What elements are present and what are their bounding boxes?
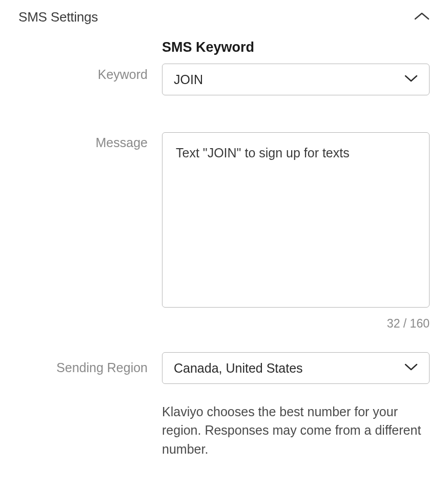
section-header[interactable]: SMS Settings <box>0 0 448 34</box>
region-select[interactable]: Canada, United States <box>162 352 430 384</box>
region-helper-text: Klaviyo chooses the best number for your… <box>162 402 430 458</box>
chevron-down-icon <box>404 363 418 373</box>
keyword-title: SMS Keyword <box>162 39 430 55</box>
keyword-input-col: SMS Keyword JOIN <box>162 39 430 95</box>
form-body: Keyword SMS Keyword JOIN Message 32 / 16… <box>0 34 448 458</box>
region-label: Sending Region <box>18 352 162 375</box>
message-char-count: 32 / 160 <box>162 317 430 331</box>
section-title: SMS Settings <box>18 9 98 25</box>
message-label: Message <box>18 132 162 150</box>
message-input-col: 32 / 160 <box>162 132 430 331</box>
chevron-up-icon <box>414 12 430 23</box>
keyword-label: Keyword <box>18 39 162 82</box>
message-textarea[interactable] <box>162 132 430 308</box>
region-input-col: Canada, United States Klaviyo chooses th… <box>162 352 430 458</box>
keyword-select-value: JOIN <box>174 72 404 87</box>
region-select-value: Canada, United States <box>174 361 404 376</box>
field-row-keyword: Keyword SMS Keyword JOIN <box>18 39 430 95</box>
field-row-region: Sending Region Canada, United States Kla… <box>18 352 430 458</box>
keyword-select[interactable]: JOIN <box>162 64 430 95</box>
chevron-down-icon <box>404 74 418 85</box>
field-row-message: Message 32 / 160 <box>18 132 430 331</box>
